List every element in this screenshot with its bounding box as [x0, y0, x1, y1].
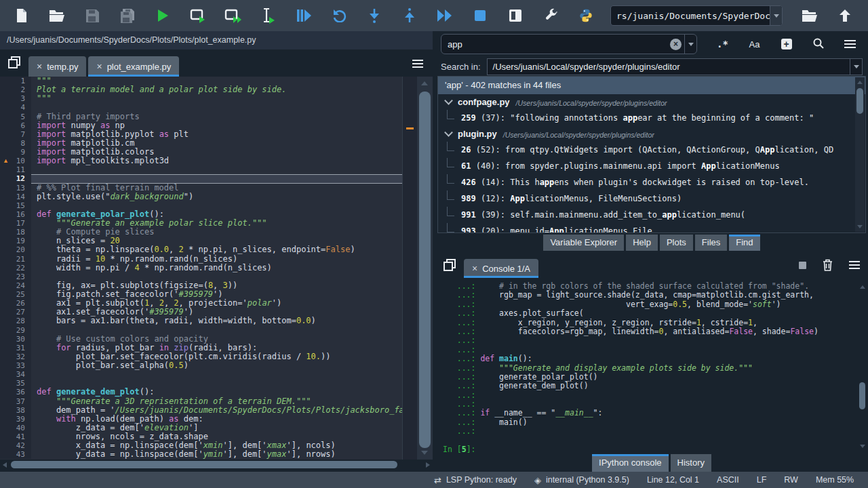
search-query-value[interactable]: app	[441, 39, 670, 49]
code-line-6[interactable]: 6import numpy as np	[0, 121, 433, 130]
close-tab-icon[interactable]: ×	[37, 62, 42, 71]
result-file-row[interactable]: plugin.py/Users/juanis/Local/spyder/spyd…	[438, 126, 865, 142]
pane-tab-files[interactable]: Files	[695, 235, 727, 251]
line-number[interactable]: 30	[0, 335, 31, 344]
search-in-dropdown[interactable]	[850, 59, 862, 75]
remove-console-icon[interactable]	[823, 259, 833, 271]
line-number[interactable]: 35	[0, 379, 31, 388]
line-number[interactable]: 25	[0, 290, 31, 299]
code-line-31[interactable]: 31 for radius, plot_bar in zip(radii, ba…	[0, 344, 433, 352]
line-number[interactable]: 38	[0, 406, 31, 415]
result-file-row[interactable]: confpage.py/Users/juanis/Local/spyder/sp…	[438, 94, 865, 110]
result-match-row[interactable]: 993 (20): menu_id=ApplicationMenus.File	[438, 223, 865, 233]
line-number[interactable]: 20	[0, 245, 31, 254]
line-number[interactable]: 8	[0, 139, 31, 148]
line-number[interactable]: 11	[0, 165, 31, 174]
working-directory-combo[interactable]: rs/juanis/Documents/SpyderDocs	[610, 5, 783, 26]
editor-options-menu-icon[interactable]	[412, 63, 423, 64]
code-line-15[interactable]: 15	[0, 201, 433, 210]
code-line-10[interactable]: 10▲import mpl_toolkits.mplot3d	[0, 157, 433, 165]
line-number[interactable]: 5	[0, 113, 31, 121]
result-match-row[interactable]: 61 (40): from spyder.plugins.mainmenu.ap…	[438, 158, 865, 174]
code-line-39[interactable]: 39 with np.load(dem_path) as dem:	[0, 415, 433, 424]
scroll-left-arrow-icon[interactable]	[3, 462, 7, 468]
continue-button[interactable]	[427, 0, 462, 31]
line-number[interactable]: 42	[0, 441, 31, 450]
result-match-row[interactable]: 989 (12): ApplicationMenus, FileMenuSect…	[438, 190, 865, 207]
code-line-26[interactable]: 26 ax1 = plt.subplot(1, 2, 2, projection…	[0, 299, 433, 308]
line-number[interactable]: 14	[0, 192, 31, 201]
search-in-combo[interactable]: /Users/juanis/Local/spyder/spyder/plugin…	[487, 58, 863, 75]
editor-hscroll-thumb[interactable]	[11, 461, 397, 468]
code-line-22[interactable]: 22 width = np.pi / 4 * np.random.rand(n_…	[0, 264, 433, 272]
code-line-24[interactable]: 24 fig, ax= plt.subplots(figsize=(8, 3))	[0, 281, 433, 290]
editor-tab-plot_example.py[interactable]: ×plot_example.py	[88, 56, 179, 77]
code-line-3[interactable]: 3"""	[0, 94, 433, 103]
python-env-button[interactable]	[568, 0, 604, 31]
close-tab-icon[interactable]: ×	[472, 264, 477, 273]
code-line-14[interactable]: 14plt.style.use("dark_background")	[0, 192, 433, 201]
code-line-7[interactable]: 7import matplotlib.pyplot as plt	[0, 130, 433, 139]
code-line-5[interactable]: 5# Third party imports	[0, 113, 433, 121]
code-editor[interactable]: 1"""2Plot a terrain model and a polar pl…	[0, 77, 433, 460]
regex-toggle-button[interactable]: .*	[707, 39, 738, 49]
console-scrollbar[interactable]	[858, 282, 867, 451]
code-line-2[interactable]: 2Plot a terrain model and a polar plot s…	[0, 85, 433, 94]
code-line-20[interactable]: 20 theta = np.linspace(0.0, 2 * np.pi, n…	[0, 245, 433, 254]
line-number[interactable]: 7	[0, 130, 31, 139]
line-number[interactable]: 9	[0, 148, 31, 157]
close-tab-icon[interactable]: ×	[96, 62, 102, 71]
run-cell-advance-button[interactable]	[216, 0, 251, 31]
pane-tab-ipython-console[interactable]: IPython console	[592, 454, 669, 472]
line-number[interactable]: 24	[0, 281, 31, 290]
pane-tab-history[interactable]: History	[671, 454, 711, 472]
line-number[interactable]: 34	[0, 370, 31, 379]
maximize-pane-button[interactable]	[498, 0, 533, 31]
scroll-right-arrow-icon[interactable]	[426, 462, 430, 468]
scroll-up-arrow-icon[interactable]	[860, 285, 865, 289]
search-button[interactable]	[802, 38, 834, 51]
line-number[interactable]: 2	[0, 85, 31, 94]
code-line-8[interactable]: 8import matplotlib.cm	[0, 139, 433, 148]
line-number[interactable]: 37	[0, 397, 31, 406]
line-number[interactable]: 6	[0, 121, 31, 130]
step-return-button[interactable]	[392, 0, 427, 31]
code-line-36[interactable]: 36def generate_dem_plot():	[0, 388, 433, 396]
code-line-33[interactable]: 33 plot_bar.set_alpha(0.5)	[0, 361, 433, 370]
line-number[interactable]: 36	[0, 388, 31, 396]
code-line-21[interactable]: 21 radii = 10 * np.random.rand(n_slices)	[0, 255, 433, 264]
code-line-25[interactable]: 25 fig.patch.set_facecolor('#395979')	[0, 290, 433, 299]
line-number[interactable]: 1	[0, 77, 31, 85]
console-options-menu-icon[interactable]	[849, 264, 860, 266]
case-sensitive-toggle-button[interactable]: Aa	[738, 39, 770, 49]
console-tab[interactable]: × Console 1/A	[464, 259, 538, 278]
line-number[interactable]: 16	[0, 210, 31, 219]
chevron-down-icon[interactable]	[444, 128, 453, 137]
editor-horizontal-scrollbar[interactable]	[0, 460, 433, 470]
line-number[interactable]: 33	[0, 361, 31, 370]
find-options-menu-icon[interactable]	[844, 43, 856, 45]
new-file-button[interactable]	[4, 0, 39, 31]
code-line-32[interactable]: 32 plot_bar.set_facecolor(plt.cm.viridis…	[0, 352, 433, 361]
warning-flag-marker[interactable]	[406, 127, 414, 129]
line-number[interactable]: 31	[0, 344, 31, 352]
console-output[interactable]: ...: # in the rgb colors of the shaded s…	[435, 278, 868, 454]
line-number[interactable]: 29	[0, 326, 31, 335]
line-number[interactable]: 19	[0, 237, 31, 245]
code-line-30[interactable]: 30 # Use custom colors and opacity	[0, 335, 433, 344]
scroll-down-arrow-icon[interactable]	[860, 445, 865, 448]
code-line-1[interactable]: 1"""	[0, 77, 433, 85]
pane-tab-plots[interactable]: Plots	[660, 235, 693, 251]
clear-search-icon[interactable]: ×	[670, 39, 682, 50]
scroll-down-arrow-icon[interactable]	[421, 451, 428, 455]
editor-vscroll-thumb[interactable]	[419, 92, 431, 448]
interrupt-kernel-icon[interactable]	[799, 262, 806, 269]
scroll-down-arrow-icon[interactable]	[857, 225, 863, 228]
save-all-button[interactable]	[110, 0, 145, 31]
working-directory-dropdown[interactable]	[770, 6, 782, 25]
run-cell-button[interactable]	[180, 0, 216, 31]
browse-tabs-icon[interactable]	[8, 56, 20, 68]
browse-tabs-icon[interactable]	[443, 259, 456, 271]
code-line-9[interactable]: 9import matplotlib.colors	[0, 148, 433, 157]
result-match-row[interactable]: 259 (37): "following annotations appear …	[438, 110, 865, 126]
